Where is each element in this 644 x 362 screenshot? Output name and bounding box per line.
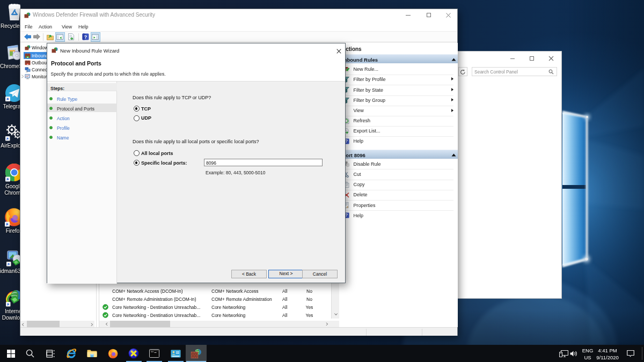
svg-text:?: ? xyxy=(84,34,87,40)
